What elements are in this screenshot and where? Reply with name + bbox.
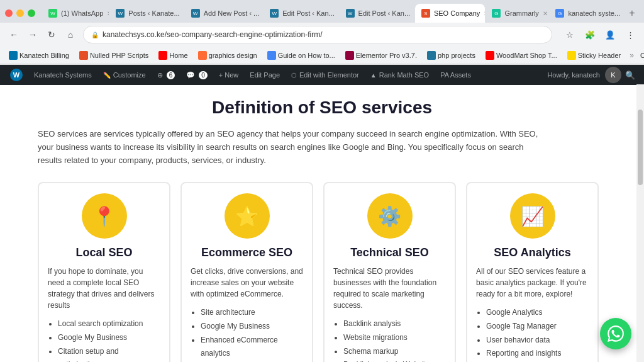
customize-label: Customize (113, 71, 146, 79)
tab-favicon-add-post: W (191, 9, 200, 18)
bookmark-php-projects[interactable]: php projects (423, 50, 479, 61)
reload-button[interactable]: ↻ (43, 26, 60, 43)
tab-favicon-posts: W (116, 9, 125, 18)
tab-close-seo-company[interactable]: ✕ (484, 10, 485, 17)
ecommerce-seo-icon: ⭐ (235, 205, 258, 227)
tab-label-whatsapp: (1) WhatsApp (61, 9, 103, 17)
wp-site-name[interactable]: Kanatech Systems (29, 65, 97, 85)
comments-icon: 💬 (186, 71, 195, 79)
tab-label-add-post: Add New Post ‹ ... (204, 9, 260, 17)
bookmark-favicon-guide (267, 51, 276, 60)
home-button[interactable]: ⌂ (62, 26, 79, 43)
wp-customize[interactable]: ✏️ Customize (98, 65, 151, 85)
tab-label-edit-post1: Edit Post ‹ Kan... (282, 9, 335, 17)
tab-label-seo-company: SEO Company (434, 9, 480, 17)
list-item: Google Analytics (486, 306, 589, 320)
card-technical-seo: ⚙️ Technical SEO Technical SEO provides … (323, 182, 456, 362)
wp-logo-item[interactable]: W (5, 65, 28, 85)
tab-close-grammarly[interactable]: ✕ (543, 10, 548, 17)
tab-add-post[interactable]: W Add New Post ‹ ... ✕ (185, 4, 264, 23)
page-content: Definition of SEO services SEO services … (0, 85, 644, 362)
wp-edit-elementor[interactable]: ⬡ Edit with Elementor (286, 65, 364, 85)
close-window-btn[interactable] (5, 9, 13, 17)
ecommerce-seo-title: Ecommerce SEO (201, 246, 292, 259)
bookmark-woodmart[interactable]: WoodMart Shop T... (482, 50, 561, 61)
local-seo-title: Local SEO (75, 246, 132, 259)
minimize-window-btn[interactable] (16, 9, 24, 17)
tab-close-posts[interactable]: ✕ (184, 10, 184, 17)
technical-seo-description: Technical SEO provides businesses with t… (333, 266, 446, 311)
whatsapp-fab-icon (608, 325, 624, 342)
tab-seo-company[interactable]: S SEO Company ✕ (415, 4, 486, 23)
new-tab-button[interactable]: + (625, 5, 639, 21)
settings-icon[interactable]: ⋮ (621, 26, 639, 43)
list-item: Schema markup (343, 345, 446, 359)
bookmark-nulled-php[interactable]: Nulled PHP Scripts (75, 50, 152, 61)
bookmark-favicon-nulled-php (79, 51, 88, 60)
whatsapp-fab-button[interactable] (600, 318, 631, 349)
technical-seo-title: Technical SEO (350, 246, 429, 259)
wp-site-label: Kanatech Systems (34, 71, 92, 79)
nav-buttons: ← → ↻ ⌂ (5, 26, 79, 43)
bookmark-kanatech-billing[interactable]: Kanatech Billing (5, 50, 73, 61)
tab-close-edit-post1[interactable]: ✕ (338, 10, 339, 17)
rank-math-label: Rank Math SEO (379, 71, 429, 79)
list-item: Website migrations (343, 331, 446, 345)
scrollbar-thumb[interactable] (638, 110, 643, 185)
bookmark-label-home: Home (169, 52, 187, 59)
tab-kanatech[interactable]: G kanatech syste... ✕ (549, 4, 624, 23)
wp-pa-assets[interactable]: PA Assets (435, 65, 476, 85)
extensions-icon[interactable]: 🧩 (581, 26, 599, 43)
bookmark-graphics[interactable]: graphics design (194, 50, 261, 61)
tab-favicon-edit-post1: W (270, 9, 279, 18)
tab-close-whatsapp[interactable]: ✕ (107, 10, 109, 17)
tab-whatsapp[interactable]: W (1) WhatsApp ✕ (42, 4, 109, 23)
bookmark-sticky-header[interactable]: Sticky Header (564, 50, 625, 61)
tab-edit-post1[interactable]: W Edit Post ‹ Kan... ✕ (264, 4, 338, 23)
wp-search-icon[interactable]: 🔍 (621, 66, 639, 84)
back-button[interactable]: ← (5, 26, 23, 43)
tab-favicon-whatsapp: W (48, 9, 57, 18)
url-input[interactable]: 🔒 kanatechsys.co.ke/seo-company-search-e… (83, 26, 552, 43)
scrollbar[interactable] (636, 84, 644, 362)
bookmark-icon[interactable]: ☆ (561, 26, 579, 43)
seo-analytics-icon-circle: 📈 (510, 193, 555, 239)
tab-posts[interactable]: W Posts ‹ Kanate... ✕ (109, 4, 184, 23)
wp-new[interactable]: + New (214, 65, 244, 85)
bookmark-favicon-graphics (198, 51, 207, 60)
profile-icon[interactable]: 👤 (601, 26, 619, 43)
wp-comments[interactable]: 💬 0 (181, 65, 213, 85)
pa-assets-label: PA Assets (440, 71, 471, 79)
bookmark-label-graphics: graphics design (209, 52, 257, 59)
bookmark-favicon-kanatech-billing (9, 51, 18, 60)
bookmark-other[interactable]: Other Bookmarks (636, 50, 644, 60)
wp-edit-page[interactable]: Edit Page (245, 65, 285, 85)
bookmark-home[interactable]: Home (155, 50, 191, 61)
ecommerce-seo-icon-circle: ⭐ (225, 193, 270, 239)
list-item: Site architecture (201, 306, 303, 320)
updates-badge: 6 (167, 71, 175, 79)
wp-rank-math[interactable]: ▲ Rank Math SEO (365, 65, 434, 85)
bookmark-favicon-home (158, 51, 167, 60)
more-bookmarks-indicator[interactable]: » (630, 51, 634, 60)
wp-avatar[interactable]: K (605, 67, 621, 83)
tab-edit-post2[interactable]: W Edit Post ‹ Kan... ✕ (340, 4, 414, 23)
forward-button[interactable]: → (24, 26, 42, 43)
page-description: SEO services are services typically offe… (38, 128, 541, 167)
window-controls (5, 9, 35, 17)
wp-updates[interactable]: ⊕ 6 (152, 65, 180, 85)
page-title: Definition of SEO services (38, 98, 606, 118)
tab-close-kanatech[interactable]: ✕ (624, 10, 625, 17)
bookmark-guide[interactable]: Guide on How to... (264, 50, 339, 61)
edit-page-label: Edit Page (250, 71, 280, 79)
bookmark-favicon-elementor (345, 51, 354, 60)
technical-seo-icon-circle: ⚙️ (367, 193, 413, 239)
tab-close-edit-post2[interactable]: ✕ (414, 10, 414, 17)
list-item: Backlink analysis Website migrations Sch… (343, 358, 446, 362)
bookmark-elementor[interactable]: Elementor Pro v3.7. (341, 50, 421, 61)
card-seo-analytics: 📈 SEO Analytics All of our SEO services … (466, 182, 599, 362)
tab-bar: W (1) WhatsApp ✕ W Posts ‹ Kanate... ✕ W… (0, 0, 644, 23)
maximize-window-btn[interactable] (28, 9, 35, 17)
seo-analytics-list: Google Analytics Google Tag Manager User… (476, 306, 589, 360)
tab-grammarly[interactable]: G Grammarly ✕ (486, 4, 548, 23)
